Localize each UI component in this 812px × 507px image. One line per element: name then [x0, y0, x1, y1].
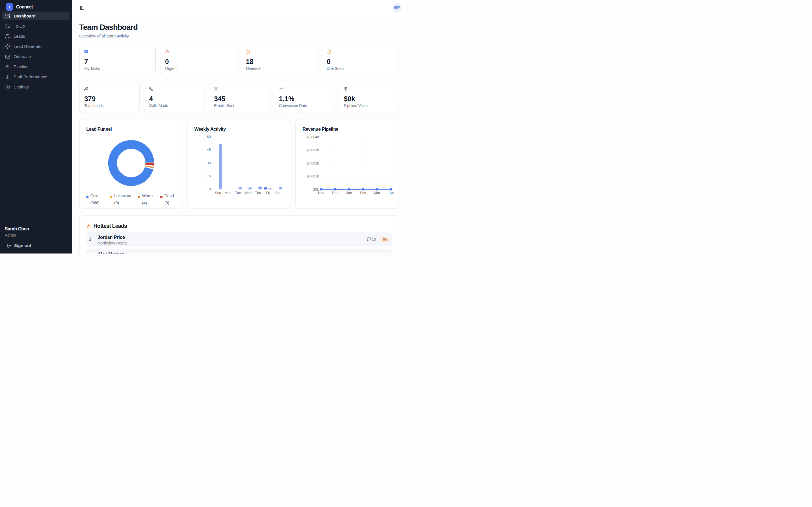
svg-text:Dead: Dead	[164, 193, 174, 198]
svg-text:Tue: Tue	[235, 191, 241, 195]
svg-text:0: 0	[209, 187, 211, 191]
svg-text:Sun: Sun	[215, 191, 221, 195]
svg-text:(0): (0)	[114, 201, 119, 205]
svg-text:Lukewarm: Lukewarm	[114, 193, 133, 198]
svg-text:60: 60	[207, 135, 211, 138]
svg-text:15: 15	[207, 174, 211, 178]
svg-text:Mar: Mar	[374, 191, 380, 195]
svg-text:Jan: Jan	[346, 191, 352, 195]
svg-text:Nov: Nov	[318, 191, 324, 195]
svg-text:Mon: Mon	[224, 191, 231, 195]
svg-text:Sat: Sat	[275, 191, 281, 195]
svg-text:$0.003k: $0.003k	[306, 148, 319, 152]
svg-text:(9): (9)	[164, 201, 169, 205]
svg-text:Dec: Dec	[332, 191, 338, 195]
svg-text:Wed: Wed	[244, 191, 252, 195]
svg-text:$0.002k: $0.002k	[306, 161, 319, 165]
svg-text:Feb: Feb	[360, 191, 366, 195]
svg-text:$0.004k: $0.004k	[306, 135, 319, 139]
svg-text:45: 45	[207, 148, 211, 152]
svg-text:30: 30	[207, 161, 211, 165]
svg-text:$0.001k: $0.001k	[306, 174, 319, 178]
svg-text:Thu: Thu	[255, 191, 261, 195]
svg-text:Warm: Warm	[142, 193, 153, 198]
svg-text:Fri: Fri	[266, 191, 270, 195]
svg-text:Cold: Cold	[91, 193, 99, 198]
svg-text:Apr: Apr	[389, 191, 394, 195]
svg-text:(366): (366)	[91, 201, 100, 205]
svg-text:(4): (4)	[142, 201, 147, 205]
